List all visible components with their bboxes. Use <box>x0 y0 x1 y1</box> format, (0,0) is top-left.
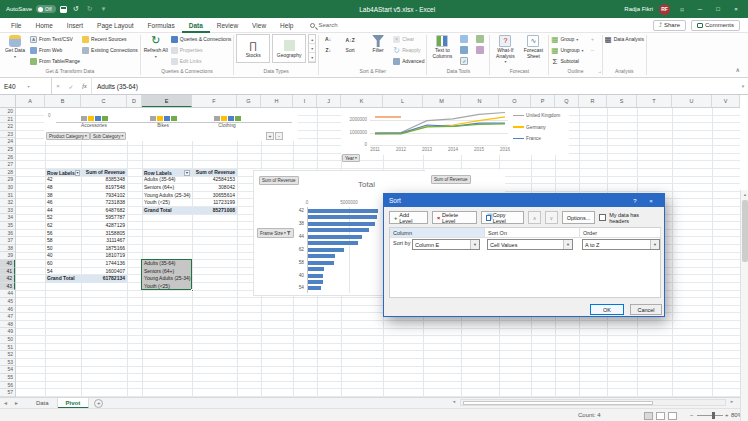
expand-formula-bar-icon[interactable]: ▾ <box>738 78 748 94</box>
row-header-21[interactable]: 21 <box>0 116 15 124</box>
copy-level-button[interactable]: Copy Level <box>481 211 525 224</box>
pivot-frame-size-cell[interactable]: 6487682 <box>81 207 127 215</box>
sort-filter-icon[interactable]: ▼ <box>184 170 190 176</box>
select-all-corner[interactable] <box>0 95 16 108</box>
sort-filter-icon[interactable]: ▼ <box>75 170 80 176</box>
formula-input[interactable]: Adults (35-64) <box>92 78 738 94</box>
row-header-26[interactable]: 26 <box>0 154 15 162</box>
ribbon-button-from-text-csv[interactable]: AFrom Text/CSV <box>30 34 80 44</box>
column-header-C[interactable]: C <box>81 95 127 107</box>
tab-home[interactable]: Home <box>28 18 59 33</box>
pivot-age-group-cell[interactable]: Adults (35-64) <box>142 176 192 184</box>
ribbon-button-hide-detail[interactable]: − <box>586 45 600 55</box>
pivot-frame-size-cell[interactable]: 48 <box>45 184 81 192</box>
row-header-29[interactable]: 29 <box>0 176 15 184</box>
ribbon-button-from-web[interactable]: From Web <box>30 45 80 55</box>
row-header-24[interactable]: 24 <box>0 138 15 146</box>
ribbon-button-sort[interactable]: A↓ZSort <box>337 34 363 54</box>
pivot-frame-size-cell[interactable]: 58 <box>45 237 81 245</box>
column-header-P[interactable]: P <box>531 95 555 107</box>
pivot-frame-size-cell[interactable]: 1810719 <box>81 252 127 260</box>
selection-fill-handle[interactable] <box>191 289 194 292</box>
sort-by-column-dropdown[interactable]: Column E▼ <box>412 239 480 250</box>
ribbon-button-geography[interactable]: Geography <box>272 34 306 63</box>
search-box[interactable]: Search <box>310 22 337 28</box>
ribbon-button-properties[interactable]: Properties <box>171 45 231 55</box>
minimize-button[interactable]: ─ <box>694 6 706 12</box>
gallery-scroll-icon[interactable]: ▴ <box>309 35 315 44</box>
move-level-down-button[interactable]: ∨ <box>545 211 558 224</box>
row-header-30[interactable]: 30 <box>0 184 15 192</box>
row-header-33[interactable]: 33 <box>0 207 15 215</box>
row-header-28[interactable]: 28 <box>0 169 15 177</box>
sheet-tab-pivot[interactable]: Pivot <box>58 398 90 409</box>
row-header-36[interactable]: 36 <box>0 230 15 238</box>
column-header-B[interactable]: B <box>45 95 81 107</box>
column-header-A[interactable]: A <box>16 95 45 107</box>
pivot-frame-size-cell[interactable]: 62 <box>45 222 81 230</box>
ribbon-button-get-data[interactable]: Get Data▾ <box>2 34 28 59</box>
column-chart[interactable]: 0AccessoriesBikesClothingProduct Categor… <box>44 108 298 141</box>
pivot-age-group-cell[interactable]: Grand Total <box>142 207 192 215</box>
column-header-V[interactable]: V <box>712 95 740 107</box>
zoom-slider-thumb[interactable] <box>712 412 715 419</box>
dialog-close-button[interactable]: × <box>643 198 659 204</box>
share-button[interactable]: ⤴Share <box>653 20 686 31</box>
ribbon-button-sort-za[interactable]: Z↓ <box>321 45 335 55</box>
tab-review[interactable]: Review <box>210 18 245 33</box>
row-header-45[interactable]: 45 <box>0 298 15 306</box>
ribbon-button-reapply[interactable]: ↻Reapply <box>393 45 424 55</box>
ribbon-button-sort-az[interactable]: A↓ <box>321 34 335 44</box>
row-header-40[interactable]: 40 <box>0 260 15 268</box>
row-header-27[interactable]: 27 <box>0 161 15 169</box>
ribbon-button-subtotal[interactable]: ΣSubtotal <box>551 56 583 66</box>
vertical-scroll-thumb[interactable] <box>742 200 748 262</box>
pivot-frame-size-cell[interactable]: Row Labels▼ <box>45 169 81 177</box>
name-box-caret-icon[interactable]: ▾ <box>28 84 30 89</box>
horizontal-scroll-thumb[interactable] <box>463 401 653 405</box>
name-box[interactable]: E40▾ <box>0 78 52 94</box>
pivot-frame-size-cell[interactable]: 50 <box>45 245 81 253</box>
ribbon-button-stocks[interactable]: ∏Stocks <box>236 34 270 63</box>
ribbon-button-show-detail[interactable]: + <box>586 34 600 44</box>
pivot-age-group-cell[interactable]: 85271008 <box>192 207 237 215</box>
ribbon-button-remove-duplicates[interactable] <box>457 45 471 55</box>
move-level-up-button[interactable]: ∧ <box>528 211 541 224</box>
delete-level-button[interactable]: ×Delete Level <box>432 211 477 224</box>
gallery-scroll[interactable]: ▴▾▾ <box>308 34 316 63</box>
ribbon-button-refresh-all[interactable]: ↻Refresh All▾ <box>143 34 169 59</box>
ribbon-button-flash-fill[interactable] <box>457 34 471 44</box>
pivot-age-group-cell[interactable]: Youth (<25) <box>142 199 192 207</box>
ribbon-button-from-table-range[interactable]: From Table/Range <box>30 56 80 66</box>
row-header-42[interactable]: 42 <box>0 275 15 283</box>
user-name[interactable]: Radja Fikri <box>624 6 653 12</box>
ribbon-button-group[interactable]: ▦Group▾ <box>551 34 583 44</box>
row-header-41[interactable]: 41 <box>0 268 15 276</box>
pivot-field-button-year[interactable]: Year▾ <box>342 154 360 162</box>
zoom-in-icon[interactable]: + <box>725 412 729 418</box>
column-header-G[interactable]: G <box>237 95 261 107</box>
selected-cell[interactable]: Adults (35-64) <box>142 260 192 268</box>
pivot-frame-size-cell[interactable]: 38 <box>45 192 81 200</box>
ribbon-button-recent-sources[interactable]: Recent Sources <box>82 34 138 44</box>
enter-icon[interactable]: ✓ <box>69 83 74 90</box>
tab-insert[interactable]: Insert <box>60 18 90 33</box>
collapse-ribbon-icon[interactable]: ∧ <box>736 66 740 73</box>
column-header-J[interactable]: J <box>317 95 341 107</box>
row-header-43[interactable]: 43 <box>0 283 15 291</box>
row-header-32[interactable]: 32 <box>0 199 15 207</box>
column-header-O[interactable]: O <box>499 95 531 107</box>
pivot-frame-size-cell[interactable]: 5957787 <box>81 214 127 222</box>
pivot-frame-size-cell[interactable]: 54 <box>45 268 81 276</box>
row-header-46[interactable]: 46 <box>0 306 15 314</box>
ribbon-button-clear[interactable]: ×Clear <box>393 34 424 44</box>
chart-collapse-button[interactable]: - <box>275 132 283 140</box>
column-header-U[interactable]: U <box>672 95 712 107</box>
hscroll-left-icon[interactable]: ◄ <box>452 399 456 404</box>
row-header-48[interactable]: 48 <box>0 321 15 329</box>
pivot-field-button-sub-category[interactable]: Sub Category▾ <box>90 132 126 140</box>
pivot-frame-size-cell[interactable]: 46 <box>45 199 81 207</box>
pivot-age-group-cell[interactable]: Row Labels▼ <box>142 169 192 177</box>
pivot-frame-size-cell[interactable]: 40 <box>45 252 81 260</box>
sort-dialog-title-bar[interactable]: Sort ? × <box>384 194 664 207</box>
